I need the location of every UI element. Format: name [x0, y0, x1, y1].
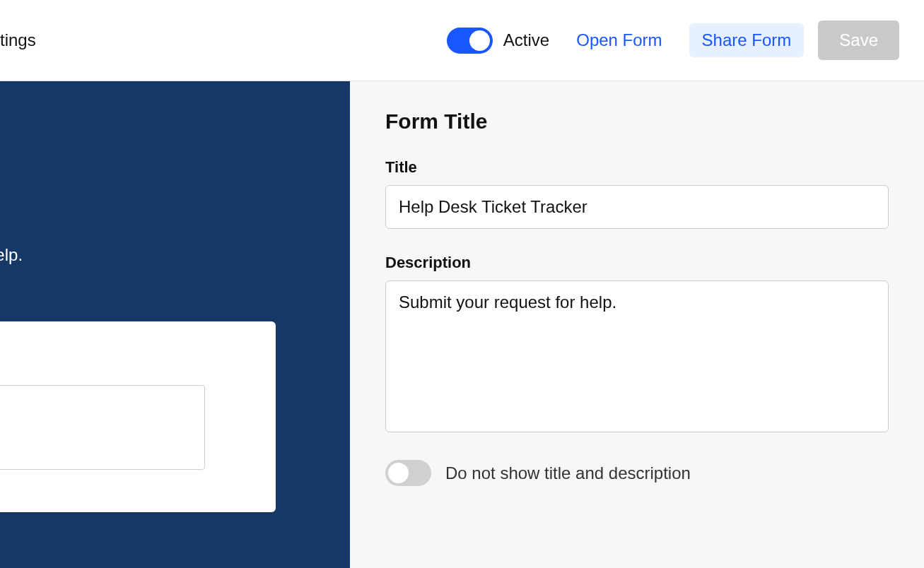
save-button[interactable]: Save	[818, 20, 899, 60]
description-field-group: Description	[385, 254, 889, 435]
nav-settings-label[interactable]: ettings	[0, 30, 36, 50]
main-content: t t Tracker help. Form Title Title Descr…	[0, 81, 924, 568]
hide-title-toggle[interactable]	[385, 460, 431, 486]
share-form-button[interactable]: Share Form	[689, 23, 805, 57]
preview-text-input[interactable]	[0, 385, 205, 470]
section-title: Form Title	[385, 110, 889, 134]
toggle-knob	[388, 463, 409, 483]
preview-description: help.	[0, 245, 350, 265]
preview-small-title: t	[0, 117, 350, 139]
description-input[interactable]	[385, 280, 889, 432]
form-settings-panel: Form Title Title Description Do not show…	[350, 81, 924, 568]
top-toolbar: ettings Active Open Form Share Form Save	[0, 0, 924, 81]
title-field-group: Title	[385, 158, 889, 229]
description-label: Description	[385, 254, 889, 272]
active-toggle-group: Active	[447, 28, 549, 54]
preview-form-card	[0, 321, 276, 512]
active-toggle-label: Active	[503, 30, 549, 50]
open-form-button[interactable]: Open Form	[563, 23, 674, 57]
hide-title-toggle-label: Do not show title and description	[445, 463, 691, 483]
title-label: Title	[385, 158, 889, 177]
toolbar-actions: Active Open Form Share Form Save	[447, 20, 899, 60]
title-input[interactable]	[385, 185, 889, 229]
toggle-knob	[469, 30, 490, 51]
active-toggle[interactable]	[447, 28, 493, 54]
form-preview-panel: t t Tracker help.	[0, 81, 350, 568]
hide-title-toggle-row: Do not show title and description	[385, 460, 889, 486]
preview-large-title: t Tracker	[0, 174, 350, 217]
